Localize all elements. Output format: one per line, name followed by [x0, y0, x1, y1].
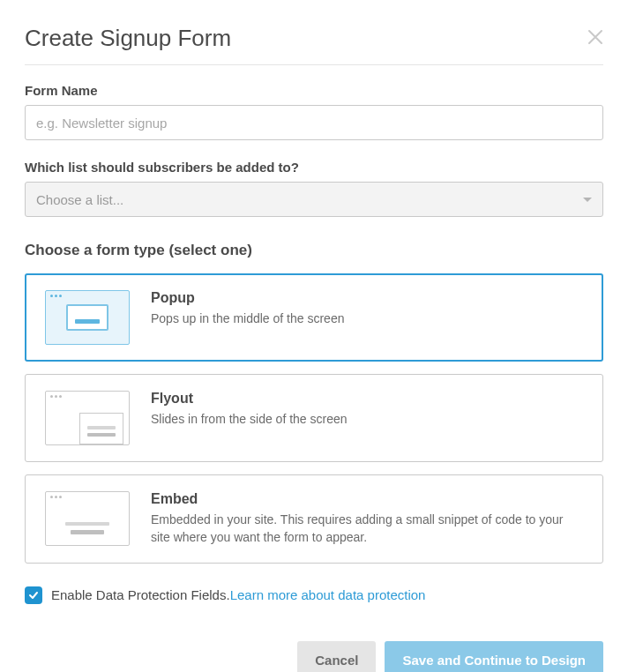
option-title: Flyout — [151, 391, 583, 407]
option-desc: Embedded in your site. This requires add… — [151, 511, 583, 547]
popup-thumbnail — [45, 290, 130, 345]
dialog-header: Create Signup Form — [25, 25, 603, 65]
data-protection-label: Enable Data Protection Fields. — [51, 587, 230, 602]
form-name-label: Form Name — [25, 83, 603, 98]
cancel-button[interactable]: Cancel — [297, 641, 376, 672]
close-icon[interactable] — [587, 29, 603, 49]
data-protection-row: Enable Data Protection Fields. Learn mor… — [25, 586, 603, 604]
list-label: Which list should subscribers be added t… — [25, 160, 603, 175]
chevron-down-icon — [583, 198, 592, 202]
embed-thumbnail — [45, 491, 130, 546]
form-type-option-embed[interactable]: Embed Embedded in your site. This requir… — [25, 474, 603, 564]
save-button[interactable]: Save and Continue to Design — [385, 641, 603, 672]
form-type-option-flyout[interactable]: Flyout Slides in from the side of the sc… — [25, 374, 603, 462]
dialog-title: Create Signup Form — [25, 25, 231, 52]
flyout-thumbnail — [45, 391, 130, 445]
option-title: Popup — [151, 290, 583, 306]
form-name-input[interactable] — [25, 105, 603, 140]
option-desc: Slides in from the side of the screen — [151, 410, 583, 428]
checkmark-icon — [28, 590, 39, 601]
list-select[interactable]: Choose a list... — [25, 182, 603, 217]
dialog-footer: Cancel Save and Continue to Design — [25, 641, 603, 672]
option-title: Embed — [151, 491, 583, 507]
form-type-option-popup[interactable]: Popup Pops up in the middle of the scree… — [25, 273, 603, 362]
form-type-section-title: Choose a form type (select one) — [25, 242, 603, 259]
data-protection-link[interactable]: Learn more about data protection — [230, 587, 426, 602]
option-desc: Pops up in the middle of the screen — [151, 310, 583, 327]
list-select-placeholder: Choose a list... — [36, 192, 123, 207]
data-protection-checkbox[interactable] — [25, 586, 42, 604]
